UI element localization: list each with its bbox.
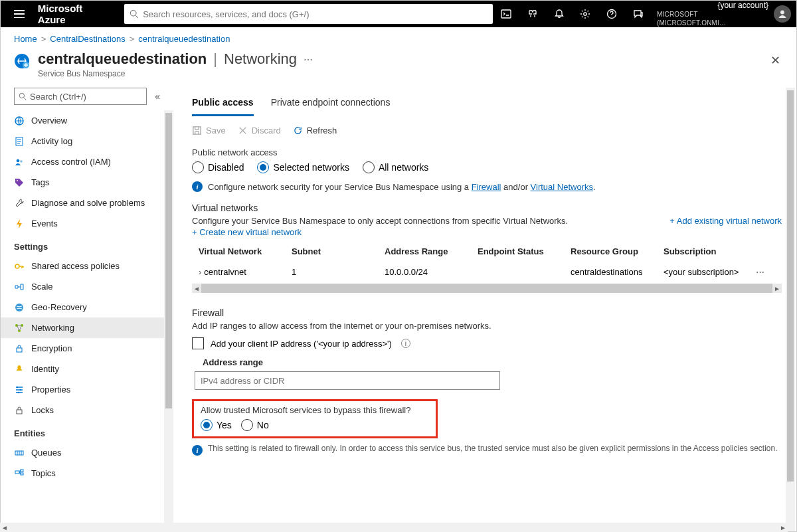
resource-name: centralqueuedestination [38,50,207,68]
svg-point-5 [780,11,784,15]
table-row[interactable]: ›centralvnet 1 10.0.0.0/24 centraldestin… [192,262,782,282]
svg-point-3 [584,13,586,15]
svg-rect-28 [21,473,23,475]
menu-scale[interactable]: Scale [1,276,173,297]
menu-encryption[interactable]: Encryption [1,338,173,359]
brand-label: Microsoft Azure [38,3,112,25]
svg-point-23 [18,391,20,393]
menu-events[interactable]: Events [1,213,173,234]
queue-icon [14,448,25,458]
address-range-label: Address range [203,357,782,367]
vnets-link[interactable]: Virtual Networks [531,182,593,192]
breadcrumb-current[interactable]: centralqueuedestination [138,34,230,44]
search-icon [130,9,139,19]
notifications-icon[interactable] [546,1,573,27]
menu-networking[interactable]: Networking [1,317,173,338]
scale-icon [14,282,25,292]
radio-selected-networks[interactable]: Selected networks [257,161,349,173]
menu-queues[interactable]: Queues [1,442,173,463]
content-scrollbar[interactable] [786,88,795,532]
hamburger-menu[interactable] [6,1,33,27]
radio-disabled[interactable]: Disabled [192,161,244,173]
info-icon: i [192,181,203,192]
menu-locks[interactable]: Locks [1,400,173,420]
menu-access-control[interactable]: Access control (IAM) [1,151,173,172]
service-bus-icon [14,53,30,69]
chevron-right-icon[interactable]: › [199,267,201,277]
radio-all-networks[interactable]: All networks [363,161,428,173]
svg-point-13 [20,160,23,163]
tabs: Public access Private endpoint connectio… [192,92,782,116]
menu-identity[interactable]: Identity [1,359,173,379]
discard-button[interactable]: Discard [238,126,281,135]
menu-scrollbar[interactable] [164,110,173,532]
trusted-yes-radio[interactable]: Yes [201,419,232,431]
save-button[interactable]: Save [192,126,226,135]
public-access-radio-group: Disabled Selected networks All networks [192,161,782,173]
table-h-scrollbar[interactable]: ◄► [192,284,782,293]
menu-properties[interactable]: Properties [1,379,173,400]
add-existing-vnet-link[interactable]: + Add existing virtual network [669,216,782,226]
menu-activity-log[interactable]: Activity log [1,131,173,151]
row-more-actions[interactable]: ⋯ [750,267,770,277]
tab-private-endpoints[interactable]: Private endpoint connections [271,92,391,116]
global-search[interactable] [124,4,493,24]
info-tooltip-icon[interactable]: i [401,339,410,348]
refresh-button[interactable]: Refresh [293,126,337,135]
svg-rect-29 [193,127,201,134]
add-client-ip-checkbox[interactable] [192,337,204,349]
menu-shared-access[interactable]: Shared access policies [1,256,173,276]
network-security-info: i Configure network security for your Se… [192,181,782,192]
breadcrumb-parent[interactable]: CentralDestinations [50,34,125,44]
content-pane: Public access Private endpoint connectio… [173,88,796,532]
svg-line-1 [135,15,138,18]
cloud-shell-icon[interactable] [493,1,519,27]
global-search-input[interactable] [143,9,487,19]
more-actions-icon[interactable]: ⋯ [304,54,313,65]
blade-header: centralqueuedestination | Networking Ser… [1,48,796,88]
resource-type: Service Bus Namespace [38,69,297,78]
help-icon[interactable] [598,1,625,27]
table-header: Virtual Network Subnet Address Range End… [192,241,782,262]
trusted-no-radio[interactable]: No [241,419,269,431]
breadcrumb-home[interactable]: Home [14,34,37,44]
directories-icon[interactable] [519,1,546,27]
avatar[interactable] [774,5,791,23]
network-icon [14,323,25,333]
svg-line-9 [24,98,26,100]
account-info[interactable]: {your account} MICROSOFT (MICROSOFT.ONMI… [657,1,768,27]
close-blade-button[interactable]: ✕ [768,50,783,70]
menu-search[interactable]: Search (Ctrl+/) [14,88,147,105]
settings-icon[interactable] [573,1,599,27]
menu-overview[interactable]: Overview [1,110,173,131]
svg-point-22 [20,389,22,391]
collapse-menu-button[interactable]: « [155,91,160,102]
firewall-link[interactable]: Firewall [472,182,501,192]
search-icon [19,92,27,101]
firewall-heading: Firewall [192,308,782,318]
menu-group-entities: Entities [1,420,173,442]
globe-icon [14,302,25,313]
tab-public-access[interactable]: Public access [192,92,254,116]
address-range-input[interactable] [195,371,500,390]
vnets-desc: Configure your Service Bus Namespace to … [192,216,568,226]
tag-icon [14,177,25,188]
lock-icon [14,343,25,354]
svg-rect-27 [21,470,23,472]
wrench-icon [14,198,25,209]
menu-geo-recovery[interactable]: Geo-Recovery [1,297,173,317]
create-new-vnet-link[interactable]: + Create new virtual network [192,227,568,237]
page-h-scrollbar[interactable]: ◄► [0,523,788,532]
trusted-question: Allow trusted Microsoft services to bypa… [201,405,429,415]
svg-rect-20 [17,348,22,352]
lock-icon [14,405,25,416]
menu-tags[interactable]: Tags [1,172,173,193]
svg-rect-24 [17,410,22,414]
blade-title: centralqueuedestination | Networking [38,50,297,68]
breadcrumb: Home > CentralDestinations > centralqueu… [1,27,796,48]
top-bar: Microsoft Azure {your account} MICROSOFT… [1,1,796,27]
menu-diagnose[interactable]: Diagnose and solve problems [1,193,173,213]
menu-search-placeholder: Search (Ctrl+/) [30,92,86,102]
menu-topics[interactable]: Topics [1,463,173,484]
feedback-icon[interactable] [625,1,652,27]
